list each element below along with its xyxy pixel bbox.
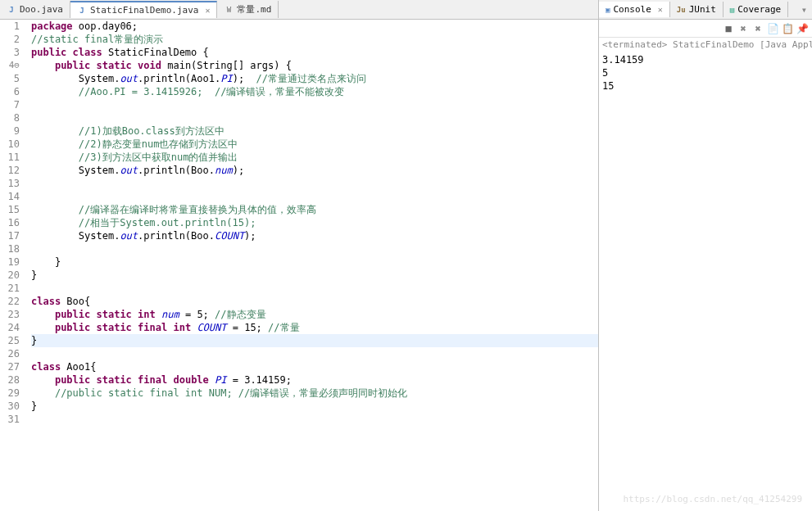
code-line[interactable]: public static final double PI = 3.14159; <box>31 373 598 387</box>
java-file-icon: J <box>7 5 16 15</box>
remove-all-icon[interactable]: ✖ <box>751 22 764 35</box>
console-output: 3.14159515 <box>599 52 812 511</box>
code-line[interactable]: } <box>31 400 598 413</box>
code-line[interactable]: //static final常量的演示 <box>31 33 598 46</box>
clear-icon[interactable]: 📄 <box>766 22 779 35</box>
tab-label: 常量.md <box>237 3 271 16</box>
console-output-line: 15 <box>602 79 809 93</box>
editor-panel: JDoo.javaJStaticFinalDemo.java✕W常量.md 12… <box>0 0 599 511</box>
code-line[interactable]: System.out.println(Aoo1.PI); //常量通过类名点来访… <box>31 72 598 85</box>
console-tab[interactable]: JuJUnit <box>670 2 724 17</box>
code-line[interactable]: //3)到方法区中获取num的值并输出 <box>31 151 598 164</box>
line-number: 28 <box>0 373 20 387</box>
code-line[interactable]: public static void main(String[] args) { <box>31 59 598 72</box>
console-status: <terminated> StaticFinalDemo [Java Appli… <box>599 38 812 52</box>
line-number: 23 <box>0 308 20 321</box>
code-line[interactable]: class Boo{ <box>31 295 598 308</box>
view-menu-icon[interactable]: ▾ <box>796 2 812 17</box>
console-output-line: 5 <box>602 66 809 79</box>
markdown-file-icon: W <box>224 5 234 15</box>
line-number: 29 <box>0 387 20 400</box>
java-file-icon: J <box>77 6 87 16</box>
line-number: 7 <box>0 98 20 111</box>
stop-icon[interactable]: ■ <box>722 22 735 35</box>
code-line[interactable]: //相当于System.out.println(15); <box>31 216 598 229</box>
code-line[interactable]: public class StaticFinalDemo { <box>31 46 598 59</box>
console-tab[interactable]: ▤Coverage <box>724 2 788 17</box>
tab-label: JUnit <box>689 4 716 15</box>
console-icon: ▣ <box>606 6 610 14</box>
code-line[interactable]: System.out.println(Boo.COUNT); <box>31 229 598 242</box>
code-line[interactable]: } <box>31 256 598 269</box>
editor-content[interactable]: 1234⊖56789101112131415161718192021222324… <box>0 20 598 511</box>
junit-icon: Ju <box>677 6 686 14</box>
console-panel: ▣Console✕JuJUnit▤Coverage ▾ ■ ✖ ✖ 📄 📋 📌 … <box>599 0 812 511</box>
line-number: 19 <box>0 256 20 269</box>
code-line[interactable]: package oop.day06; <box>31 20 598 33</box>
editor-tab-bar: JDoo.javaJStaticFinalDemo.java✕W常量.md <box>0 0 598 20</box>
line-number: 14 <box>0 190 20 203</box>
line-number: 11 <box>0 151 20 164</box>
code-line[interactable] <box>31 347 598 360</box>
line-number: 31 <box>0 413 20 426</box>
line-number: 2 <box>0 33 20 46</box>
line-number: 27 <box>0 360 20 373</box>
line-number: 26 <box>0 347 20 360</box>
editor-tab[interactable]: JStaticFinalDemo.java✕ <box>70 1 217 18</box>
console-tab[interactable]: ▣Console✕ <box>599 2 670 17</box>
code-line[interactable]: public static final int COUNT = 15; //常量 <box>31 321 598 334</box>
code-line[interactable]: //1)加载Boo.class到方法区中 <box>31 124 598 138</box>
code-line[interactable] <box>31 98 598 111</box>
tab-label: Coverage <box>737 4 781 15</box>
code-line[interactable] <box>31 413 598 426</box>
code-line[interactable] <box>31 282 598 295</box>
tab-label: Console <box>613 4 651 15</box>
line-number: 24 <box>0 321 20 334</box>
close-icon[interactable]: ✕ <box>658 5 663 14</box>
scroll-lock-icon[interactable]: 📋 <box>781 22 794 35</box>
line-gutter: 1234⊖56789101112131415161718192021222324… <box>0 20 25 511</box>
code-line[interactable] <box>31 177 598 190</box>
code-line[interactable]: class Aoo1{ <box>31 360 598 373</box>
line-number: 30 <box>0 400 20 413</box>
line-number: 25 <box>0 334 20 347</box>
code-line[interactable]: } <box>31 334 598 347</box>
code-line[interactable]: //2)静态变量num也存储到方法区中 <box>31 138 598 151</box>
tab-label: Doo.java <box>20 4 63 15</box>
code-line[interactable]: public static int num = 5; //静态变量 <box>31 308 598 321</box>
console-toolbar: ■ ✖ ✖ 📄 📋 📌 <box>599 20 812 38</box>
code-line[interactable] <box>31 190 598 203</box>
line-number: 10 <box>0 138 20 151</box>
line-number: 9 <box>0 124 20 138</box>
line-number: 4⊖ <box>0 59 20 72</box>
line-number: 20 <box>0 269 20 282</box>
line-number: 1 <box>0 20 20 33</box>
tab-label: StaticFinalDemo.java <box>90 5 198 16</box>
code-line[interactable]: //public static final int NUM; //编译错误，常量… <box>31 387 598 400</box>
line-number: 5 <box>0 72 20 85</box>
line-number: 22 <box>0 295 20 308</box>
line-number: 16 <box>0 216 20 229</box>
coverage-icon: ▤ <box>730 6 734 14</box>
code-line[interactable] <box>31 242 598 256</box>
line-number: 6 <box>0 85 20 98</box>
code-line[interactable] <box>31 111 598 124</box>
editor-tab[interactable]: W常量.md <box>217 1 279 18</box>
line-number: 12 <box>0 164 20 177</box>
code-line[interactable]: //编译器在编译时将常量直接替换为具体的值，效率高 <box>31 203 598 216</box>
code-line[interactable]: } <box>31 269 598 282</box>
code-line[interactable]: //Aoo.PI = 3.1415926; //编译错误，常量不能被改变 <box>31 85 598 98</box>
line-number: 15 <box>0 203 20 216</box>
close-icon[interactable]: ✕ <box>205 6 210 15</box>
line-number: 18 <box>0 242 20 256</box>
remove-launch-icon[interactable]: ✖ <box>737 22 750 35</box>
line-number: 21 <box>0 282 20 295</box>
pin-icon[interactable]: 📌 <box>796 22 809 35</box>
console-tab-bar: ▣Console✕JuJUnit▤Coverage ▾ <box>599 0 812 20</box>
line-number: 8 <box>0 111 20 124</box>
code-line[interactable]: System.out.println(Boo.num); <box>31 164 598 177</box>
line-number: 13 <box>0 177 20 190</box>
console-output-line: 3.14159 <box>602 53 809 66</box>
code-area[interactable]: package oop.day06;//static final常量的演示pub… <box>25 20 598 511</box>
editor-tab[interactable]: JDoo.java <box>0 1 70 18</box>
